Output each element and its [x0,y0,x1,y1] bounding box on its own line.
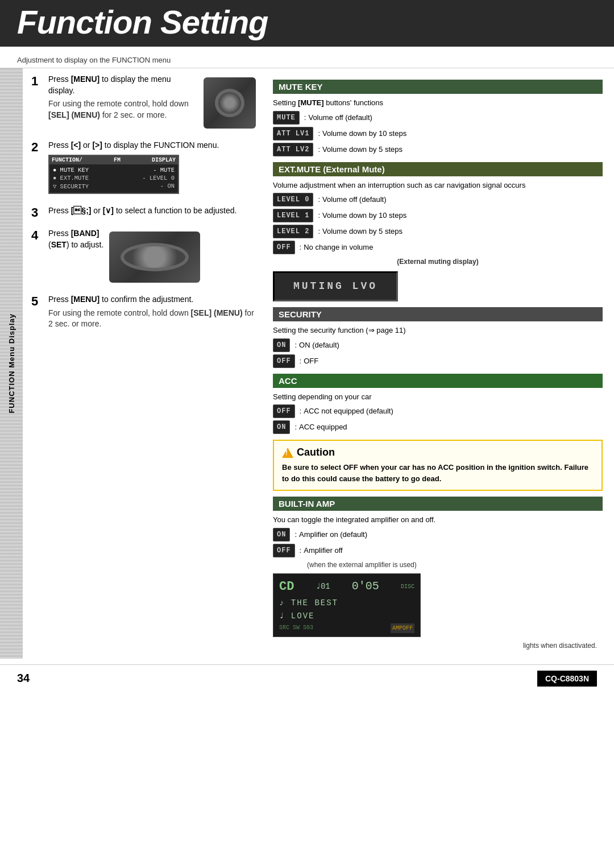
mute-key-item-2: ATT LV1 : Volume down by 10 steps [273,127,603,140]
muting-display: MUTING LVO [273,271,398,301]
step-4-num: 4 [31,228,45,243]
menu-row-3: ▽ SECURITY - ON [53,182,175,191]
left-column: 1 Press [MENU] to display the menu displ… [23,68,267,659]
cd-src: SRC SW S03 [279,623,313,633]
mute-key-body: Setting [MUTE] buttons' functions MUTE :… [273,97,603,156]
ext-mute-item-1: LEVEL 0 : Volume off (default) [273,193,603,206]
off-chip-amp: OFF [273,544,295,557]
cd-track: ♩01 [316,581,330,593]
att-lv1-desc: Volume down by 10 steps [322,128,406,139]
ext-mute-item-2: LEVEL 1 : Volume down by 10 steps [273,209,603,222]
menu-display: FUNCTION/ FM DISPLAY ● MUTE KEY - MUTE ●… [48,155,179,194]
lights-note: lights when disactivated. [273,640,603,651]
off-desc-acc: ACC not equipped (default) [304,406,393,417]
step-5-text: Press [MENU] to confirm the adjustment. [48,294,256,305]
menu-col-1: FUNCTION/ [52,157,82,163]
mute-key-intro: Setting [MUTE] buttons' functions [273,97,603,109]
acc-intro: Setting depending on your car [273,391,603,403]
on-chip-sec: ON [273,338,290,352]
sidebar-label-text: FUNCTION Menu Display [7,313,16,414]
off-desc-ext: No change in volume [304,242,373,253]
level2-chip: LEVEL 2 [273,225,313,238]
mute-key-item-1: MUTE : Volume off (default) [273,111,603,125]
acc-header: ACC [273,374,603,388]
step-1-note: For using the remote control, hold down … [48,98,198,121]
built-in-amp-body: You can toggle the integrated amplifier … [273,514,603,651]
device-image-4 [109,232,200,283]
caution-box: Caution Be sure to select OFF when your … [273,440,603,491]
menu-row-3-right: - ON [160,183,175,190]
cd-display: CD ♩01 0'05 DISC ♪ THE BEST ♩ LOVE SRC S… [273,573,421,637]
step-5-num: 5 [31,294,45,309]
step-5: 5 Press [MENU] to confirm the adjustment… [31,294,256,332]
cd-line-1: ♪ THE BEST [279,597,414,609]
mute-key-item-3: ATT LV2 : Volume down by 5 steps [273,143,603,156]
device-image-1 [204,77,256,129]
step-5-content: Press [MENU] to confirm the adjustment. … [48,294,256,332]
page-footer: 34 CQ-C8803N [0,664,614,692]
model-badge: CQ-C8803N [537,671,597,687]
on-desc-sec: ON (default) [299,340,339,351]
mute-key-header: MUTE KEY [273,80,603,94]
cd-disc-label: DISC [401,582,414,591]
cd-line-2: ♩ LOVE [279,610,414,622]
step-4-content: Press [BAND](SET) to adjust. [48,228,256,286]
step-2-num: 2 [31,140,45,155]
menu-header-row: FUNCTION/ FM DISPLAY [49,156,178,164]
on-chip-acc: ON [273,420,290,434]
step-2: 2 Press [<] or [>] to display the FUNCTI… [31,140,256,197]
menu-row-3-left: ▽ SECURITY [53,183,89,190]
menu-col-3: DISPLAY [152,157,176,163]
step-3-num: 3 [31,205,45,220]
att-lv1-colon: : [318,128,320,139]
subtitle: Adjustment to display on the FUNCTION me… [0,52,614,68]
step-1-text: Press [MENU] to display the menu display… [48,74,198,96]
mute-desc: Volume off (default) [308,112,372,123]
caution-text: Be sure to select OFF when your car has … [282,462,594,484]
cd-time: 0'05 [352,578,379,595]
att-lv2-desc: Volume down by 5 steps [322,144,403,155]
cd-ampoff-label: AMPOFF [391,623,414,633]
sidebar-label: FUNCTION Menu Display [0,68,23,659]
step-1-row: Press [MENU] to display the menu display… [48,74,256,132]
caution-label: Caution [297,447,335,458]
off-desc-sec: OFF [304,356,318,367]
step-2-text: Press [<] or [>] to display the FUNCTION… [48,140,256,151]
level1-chip: LEVEL 1 [273,209,313,222]
caution-title: Caution [282,447,594,458]
menu-row-2: ● EXT.MUTE - LEVEL 0 [53,174,175,182]
amp-item-1: ON : Amplifier on (default) [273,528,603,542]
off-chip-sec: OFF [273,354,295,368]
step-3-text: Press [§;] or [∨] to select a function … [48,205,256,217]
ext-mute-header: EXT.MUTE (External Mute) [273,162,603,176]
ext-mute-body: Volume adjustment when an interruption s… [273,180,603,302]
menu-row-2-right: - LEVEL 0 [142,175,175,181]
ext-mute-item-4: OFF : No change in volume [273,241,603,254]
step-3: 3 Press [§;] or [∨] to select a functio… [31,205,256,220]
on-desc-acc: ACC equipped [299,421,347,433]
level0-desc: Volume off (default) [322,194,387,205]
att-lv2-chip: ATT LV2 [273,143,313,156]
menu-row-2-left: ● EXT.MUTE [53,175,89,181]
ext-mute-intro: Volume adjustment when an interruption s… [273,180,603,191]
built-in-amp-header: BUILT-IN AMP [273,497,603,511]
right-column: MUTE KEY Setting [MUTE] buttons' functio… [267,68,614,659]
acc-item-1: OFF : ACC not equipped (default) [273,404,603,418]
main-content: FUNCTION Menu Display 1 Press [MENU] to … [0,68,614,659]
security-header: SECURITY [273,307,603,321]
off-desc-amp: Amplifier off [304,545,342,556]
security-item-1: ON : ON (default) [273,338,603,352]
external-muting-label: (External muting display) [273,257,603,267]
off-chip-ext: OFF [273,241,295,254]
step-4: 4 Press [BAND](SET) to adjust. [31,228,256,286]
menu-row-1-left: ● MUTE KEY [53,167,89,173]
level0-chip: LEVEL 0 [273,193,313,206]
acc-item-2: ON : ACC equipped [273,420,603,434]
page-header: Function Setting [0,0,614,47]
mute-chip: MUTE [273,111,300,125]
step-1-text-block: Press [MENU] to display the menu display… [48,74,198,123]
ext-mute-item-3: LEVEL 2 : Volume down by 5 steps [273,225,603,238]
step-5-note: For using the remote control, hold down … [48,308,256,330]
on-chip-amp: ON [273,528,290,542]
step-3-content: Press [§;] or [∨] to select a function … [48,205,256,219]
